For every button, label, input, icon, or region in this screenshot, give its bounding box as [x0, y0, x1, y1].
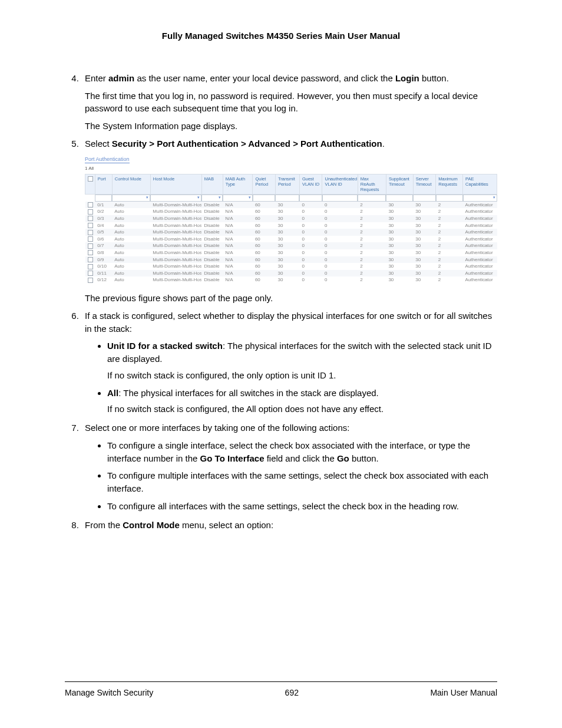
select-all-checkbox[interactable] [88, 176, 93, 182]
cell-port: 0/4 [95, 222, 112, 229]
cell-control-mode: Auto [112, 229, 150, 236]
row-checkbox[interactable] [88, 236, 93, 242]
header-checkbox[interactable] [85, 174, 95, 194]
row-checkbox[interactable] [88, 250, 93, 255]
row-checkbox[interactable] [88, 230, 93, 235]
cell-server-timeout: 30 [413, 202, 436, 209]
cell-guest-vlan: 0 [299, 208, 322, 215]
cell-control-mode: Auto [112, 215, 150, 222]
cell-mab: Disable [201, 215, 223, 222]
row-checkbox[interactable] [88, 278, 93, 283]
port-auth-table: Port Control Mode Host Mode MAB MAB Auth… [85, 174, 497, 284]
cell-pae: Authenticator [463, 208, 497, 215]
cell-transmit-period: 30 [275, 242, 299, 249]
footer-right: Main User Manual [430, 687, 497, 699]
table-row: 0/12AutoMulti-Domain-Multi-HostDisableN/… [85, 276, 497, 284]
row-checkbox[interactable] [88, 271, 93, 276]
cell-port: 0/9 [95, 256, 112, 263]
cell-unauth-vlan: 0 [322, 236, 358, 243]
go-term: Go [337, 453, 349, 463]
cell-mab: Disable [201, 222, 223, 229]
filter-port[interactable] [95, 195, 112, 202]
cell-supp-timeout: 30 [386, 215, 413, 222]
cell-control-mode: Auto [112, 249, 150, 256]
cell-max-req: 2 [436, 249, 463, 256]
col-supp-timeout: Supplicant Timeout [386, 174, 413, 194]
filter-transmit[interactable] [275, 195, 299, 202]
table-header-row: Port Control Mode Host Mode MAB MAB Auth… [85, 174, 497, 194]
step-8: From the Control Mode menu, select an op… [81, 519, 497, 532]
table-row: 0/6AutoMulti-Domain-Multi-HostDisableN/A… [85, 236, 497, 243]
cell-transmit-period: 30 [275, 222, 299, 229]
cell-server-timeout: 30 [413, 236, 436, 243]
filter-max-req[interactable] [436, 195, 463, 202]
filter-row [85, 194, 497, 202]
cell-host-mode: Multi-Domain-Multi-Host [150, 242, 201, 249]
filter-max-reauth[interactable] [358, 195, 386, 202]
cell-pae: Authenticator [463, 215, 497, 222]
col-max-requests: Maximum Requests [436, 174, 463, 194]
cell-control-mode: Auto [112, 276, 150, 284]
cell-unauth-vlan: 0 [322, 256, 358, 263]
step-5: Select Security > Port Authentication > … [81, 137, 497, 305]
cell-unauth-vlan: 0 [322, 276, 358, 284]
cell-unauth-vlan: 0 [322, 202, 358, 209]
cell-host-mode: Multi-Domain-Multi-Host [150, 229, 201, 236]
row-checkbox[interactable] [88, 243, 93, 249]
cell-pae: Authenticator [463, 256, 497, 263]
cell-host-mode: Multi-Domain-Multi-Host [150, 202, 201, 209]
col-control-mode: Control Mode [112, 174, 150, 194]
cell-control-mode: Auto [112, 242, 150, 249]
cell-max-req: 2 [436, 256, 463, 263]
cell-control-mode: Auto [112, 270, 150, 277]
step8-c: menu, select an option: [180, 520, 273, 530]
cell-quiet-period: 60 [253, 276, 276, 284]
control-mode-term: Control Mode [123, 520, 180, 530]
row-checkbox[interactable] [88, 202, 93, 207]
cell-port: 0/6 [95, 236, 112, 243]
filter-supp-timeout[interactable] [386, 195, 413, 202]
cell-mab: Disable [201, 229, 223, 236]
filter-unauth-vlan[interactable] [322, 195, 358, 202]
cell-server-timeout: 30 [413, 270, 436, 277]
filter-host-mode[interactable] [150, 195, 201, 202]
filter-quiet[interactable] [253, 195, 276, 202]
filter-pae[interactable] [463, 195, 497, 202]
step4-para2: The first time that you log in, no passw… [85, 90, 497, 116]
cell-max-req: 2 [436, 276, 463, 284]
cell-supp-timeout: 30 [386, 256, 413, 263]
cell-host-mode: Multi-Domain-Multi-Host [150, 256, 201, 263]
cell-host-mode: Multi-Domain-Multi-Host [150, 270, 201, 277]
filter-control-mode[interactable] [112, 195, 150, 202]
cell-host-mode: Multi-Domain-Multi-Host [150, 249, 201, 256]
cell-supp-timeout: 30 [386, 208, 413, 215]
cell-server-timeout: 30 [413, 249, 436, 256]
cell-mab-auth-type: N/A [223, 222, 253, 229]
cell-mab-auth-type: N/A [223, 215, 253, 222]
cell-max-req: 2 [436, 263, 463, 270]
all-p2: If no switch stack is configured, the Al… [107, 403, 497, 416]
cell-control-mode: Auto [112, 263, 150, 270]
row-checkbox[interactable] [88, 264, 93, 269]
filter-mab-auth-type[interactable] [223, 195, 253, 202]
cell-mab: Disable [201, 236, 223, 243]
cell-quiet-period: 60 [253, 215, 276, 222]
row-checkbox[interactable] [88, 257, 93, 262]
filter-mab[interactable] [201, 195, 223, 202]
table-row: 0/3AutoMulti-Domain-Multi-HostDisableN/A… [85, 215, 497, 222]
col-unauth-vlan: Unauthenticated VLAN ID [322, 174, 358, 194]
filter-server-timeout[interactable] [413, 195, 436, 202]
col-max-reauth: Max ReAuth Requests [358, 174, 386, 194]
row-checkbox[interactable] [88, 223, 93, 228]
cell-pae: Authenticator [463, 202, 497, 209]
cell-port: 0/8 [95, 249, 112, 256]
row-checkbox[interactable] [88, 209, 93, 215]
cell-control-mode: Auto [112, 236, 150, 243]
step5-lead: Select [85, 139, 112, 149]
cell-mab: Disable [201, 208, 223, 215]
filter-guest-vlan[interactable] [299, 195, 322, 202]
row-checkbox[interactable] [88, 216, 93, 221]
cell-pae: Authenticator [463, 263, 497, 270]
cell-quiet-period: 60 [253, 270, 276, 277]
table-row: 0/1AutoMulti-Domain-Multi-HostDisableN/A… [85, 202, 497, 209]
